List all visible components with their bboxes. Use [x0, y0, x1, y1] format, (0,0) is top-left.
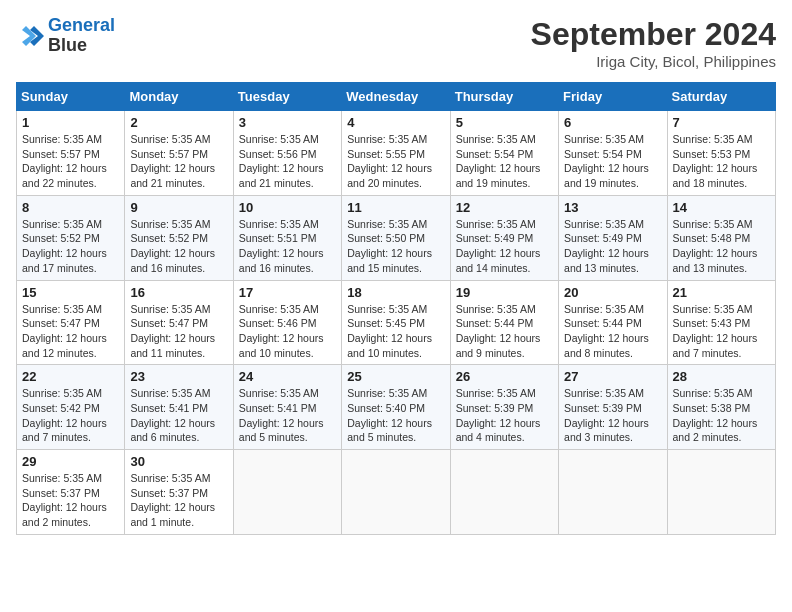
day-info: Sunrise: 5:35 AMSunset: 5:37 PMDaylight:…: [22, 471, 119, 530]
table-row: 2Sunrise: 5:35 AMSunset: 5:57 PMDaylight…: [125, 111, 233, 196]
table-row: 21Sunrise: 5:35 AMSunset: 5:43 PMDayligh…: [667, 280, 775, 365]
day-info: Sunrise: 5:35 AMSunset: 5:52 PMDaylight:…: [22, 217, 119, 276]
table-row: 27Sunrise: 5:35 AMSunset: 5:39 PMDayligh…: [559, 365, 667, 450]
table-row: 8Sunrise: 5:35 AMSunset: 5:52 PMDaylight…: [17, 195, 125, 280]
location-title: Iriga City, Bicol, Philippines: [531, 53, 776, 70]
day-number: 9: [130, 200, 227, 215]
day-info: Sunrise: 5:35 AMSunset: 5:56 PMDaylight:…: [239, 132, 336, 191]
table-row: 24Sunrise: 5:35 AMSunset: 5:41 PMDayligh…: [233, 365, 341, 450]
day-number: 22: [22, 369, 119, 384]
day-number: 10: [239, 200, 336, 215]
table-row: 19Sunrise: 5:35 AMSunset: 5:44 PMDayligh…: [450, 280, 558, 365]
day-number: 1: [22, 115, 119, 130]
table-row: 3Sunrise: 5:35 AMSunset: 5:56 PMDaylight…: [233, 111, 341, 196]
logo-icon: [16, 22, 44, 50]
day-info: Sunrise: 5:35 AMSunset: 5:39 PMDaylight:…: [564, 386, 661, 445]
day-info: Sunrise: 5:35 AMSunset: 5:49 PMDaylight:…: [564, 217, 661, 276]
day-number: 6: [564, 115, 661, 130]
table-row: 14Sunrise: 5:35 AMSunset: 5:48 PMDayligh…: [667, 195, 775, 280]
day-info: Sunrise: 5:35 AMSunset: 5:41 PMDaylight:…: [130, 386, 227, 445]
day-info: Sunrise: 5:35 AMSunset: 5:57 PMDaylight:…: [22, 132, 119, 191]
day-number: 8: [22, 200, 119, 215]
header: GeneralBlue September 2024 Iriga City, B…: [16, 16, 776, 70]
day-number: 21: [673, 285, 770, 300]
day-info: Sunrise: 5:35 AMSunset: 5:44 PMDaylight:…: [456, 302, 553, 361]
table-row: [450, 450, 558, 535]
title-area: September 2024 Iriga City, Bicol, Philip…: [531, 16, 776, 70]
day-number: 7: [673, 115, 770, 130]
calendar-week-row: 1Sunrise: 5:35 AMSunset: 5:57 PMDaylight…: [17, 111, 776, 196]
table-row: [667, 450, 775, 535]
table-row: 10Sunrise: 5:35 AMSunset: 5:51 PMDayligh…: [233, 195, 341, 280]
day-info: Sunrise: 5:35 AMSunset: 5:54 PMDaylight:…: [564, 132, 661, 191]
day-info: Sunrise: 5:35 AMSunset: 5:44 PMDaylight:…: [564, 302, 661, 361]
day-number: 2: [130, 115, 227, 130]
day-number: 30: [130, 454, 227, 469]
table-row: 16Sunrise: 5:35 AMSunset: 5:47 PMDayligh…: [125, 280, 233, 365]
table-row: 25Sunrise: 5:35 AMSunset: 5:40 PMDayligh…: [342, 365, 450, 450]
table-row: 9Sunrise: 5:35 AMSunset: 5:52 PMDaylight…: [125, 195, 233, 280]
table-row: 23Sunrise: 5:35 AMSunset: 5:41 PMDayligh…: [125, 365, 233, 450]
col-tuesday: Tuesday: [233, 83, 341, 111]
table-row: [559, 450, 667, 535]
table-row: [342, 450, 450, 535]
table-row: 15Sunrise: 5:35 AMSunset: 5:47 PMDayligh…: [17, 280, 125, 365]
day-number: 16: [130, 285, 227, 300]
col-friday: Friday: [559, 83, 667, 111]
day-info: Sunrise: 5:35 AMSunset: 5:37 PMDaylight:…: [130, 471, 227, 530]
table-row: 22Sunrise: 5:35 AMSunset: 5:42 PMDayligh…: [17, 365, 125, 450]
calendar-week-row: 15Sunrise: 5:35 AMSunset: 5:47 PMDayligh…: [17, 280, 776, 365]
day-info: Sunrise: 5:35 AMSunset: 5:38 PMDaylight:…: [673, 386, 770, 445]
day-number: 15: [22, 285, 119, 300]
day-info: Sunrise: 5:35 AMSunset: 5:48 PMDaylight:…: [673, 217, 770, 276]
table-row: 4Sunrise: 5:35 AMSunset: 5:55 PMDaylight…: [342, 111, 450, 196]
col-saturday: Saturday: [667, 83, 775, 111]
col-wednesday: Wednesday: [342, 83, 450, 111]
table-row: 7Sunrise: 5:35 AMSunset: 5:53 PMDaylight…: [667, 111, 775, 196]
table-row: 6Sunrise: 5:35 AMSunset: 5:54 PMDaylight…: [559, 111, 667, 196]
day-info: Sunrise: 5:35 AMSunset: 5:39 PMDaylight:…: [456, 386, 553, 445]
day-info: Sunrise: 5:35 AMSunset: 5:43 PMDaylight:…: [673, 302, 770, 361]
logo: GeneralBlue: [16, 16, 115, 56]
table-row: 29Sunrise: 5:35 AMSunset: 5:37 PMDayligh…: [17, 450, 125, 535]
day-info: Sunrise: 5:35 AMSunset: 5:54 PMDaylight:…: [456, 132, 553, 191]
day-info: Sunrise: 5:35 AMSunset: 5:51 PMDaylight:…: [239, 217, 336, 276]
day-info: Sunrise: 5:35 AMSunset: 5:50 PMDaylight:…: [347, 217, 444, 276]
day-number: 27: [564, 369, 661, 384]
day-info: Sunrise: 5:35 AMSunset: 5:49 PMDaylight:…: [456, 217, 553, 276]
table-row: 17Sunrise: 5:35 AMSunset: 5:46 PMDayligh…: [233, 280, 341, 365]
day-number: 3: [239, 115, 336, 130]
day-info: Sunrise: 5:35 AMSunset: 5:47 PMDaylight:…: [22, 302, 119, 361]
day-info: Sunrise: 5:35 AMSunset: 5:47 PMDaylight:…: [130, 302, 227, 361]
day-number: 26: [456, 369, 553, 384]
table-row: 12Sunrise: 5:35 AMSunset: 5:49 PMDayligh…: [450, 195, 558, 280]
day-info: Sunrise: 5:35 AMSunset: 5:42 PMDaylight:…: [22, 386, 119, 445]
day-number: 18: [347, 285, 444, 300]
table-row: 20Sunrise: 5:35 AMSunset: 5:44 PMDayligh…: [559, 280, 667, 365]
day-number: 11: [347, 200, 444, 215]
table-row: 1Sunrise: 5:35 AMSunset: 5:57 PMDaylight…: [17, 111, 125, 196]
logo-text: GeneralBlue: [48, 16, 115, 56]
day-number: 25: [347, 369, 444, 384]
calendar-week-row: 22Sunrise: 5:35 AMSunset: 5:42 PMDayligh…: [17, 365, 776, 450]
day-number: 13: [564, 200, 661, 215]
day-number: 29: [22, 454, 119, 469]
calendar-week-row: 8Sunrise: 5:35 AMSunset: 5:52 PMDaylight…: [17, 195, 776, 280]
col-thursday: Thursday: [450, 83, 558, 111]
day-number: 5: [456, 115, 553, 130]
table-row: 28Sunrise: 5:35 AMSunset: 5:38 PMDayligh…: [667, 365, 775, 450]
day-number: 23: [130, 369, 227, 384]
col-sunday: Sunday: [17, 83, 125, 111]
table-row: 30Sunrise: 5:35 AMSunset: 5:37 PMDayligh…: [125, 450, 233, 535]
day-info: Sunrise: 5:35 AMSunset: 5:45 PMDaylight:…: [347, 302, 444, 361]
day-number: 19: [456, 285, 553, 300]
day-number: 4: [347, 115, 444, 130]
day-number: 14: [673, 200, 770, 215]
col-monday: Monday: [125, 83, 233, 111]
table-row: [233, 450, 341, 535]
day-number: 12: [456, 200, 553, 215]
table-row: 11Sunrise: 5:35 AMSunset: 5:50 PMDayligh…: [342, 195, 450, 280]
day-number: 24: [239, 369, 336, 384]
day-info: Sunrise: 5:35 AMSunset: 5:40 PMDaylight:…: [347, 386, 444, 445]
day-info: Sunrise: 5:35 AMSunset: 5:55 PMDaylight:…: [347, 132, 444, 191]
